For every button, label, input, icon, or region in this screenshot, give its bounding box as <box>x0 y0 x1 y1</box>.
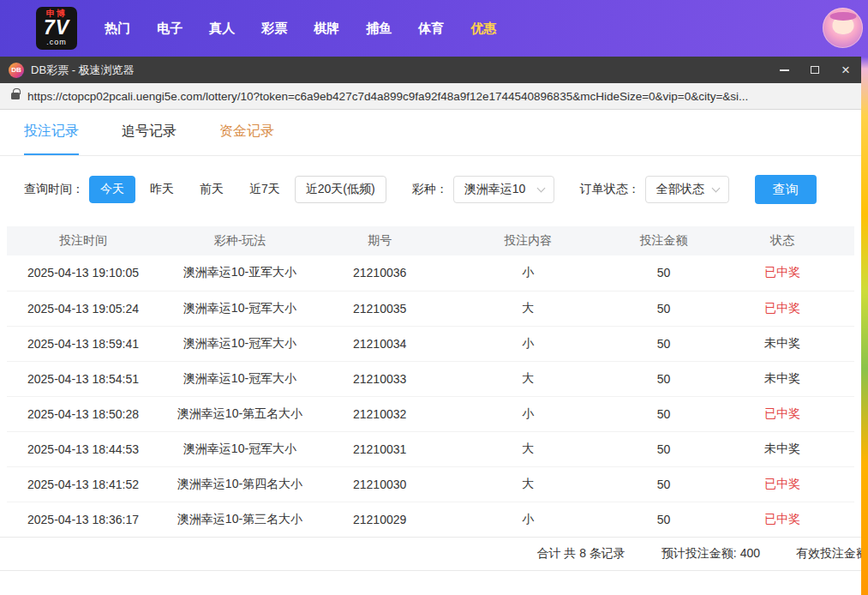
cell: 50 <box>617 431 710 466</box>
tab-资金记录[interactable]: 资金记录 <box>219 110 274 155</box>
nav-item-体育[interactable]: 体育 <box>418 21 444 37</box>
minimize-icon <box>780 69 789 71</box>
nav-item-电子[interactable]: 电子 <box>157 21 183 37</box>
logo-suffix: .com <box>46 39 67 46</box>
time-option-昨天[interactable]: 昨天 <box>139 176 185 203</box>
browser-favicon-icon: DB <box>9 63 24 78</box>
table-row: 2025-04-13 18:54:51澳洲幸运10-冠军大小21210033大5… <box>7 361 854 396</box>
cell: 50 <box>617 466 710 502</box>
status-cell: 已中奖 <box>710 396 854 431</box>
page-content: 投注记录追号记录资金记录 查询时间： 今天昨天前天近7天近20天(低频) 彩种：… <box>0 110 861 595</box>
cell: 2025-04-13 19:05:24 <box>7 291 159 326</box>
cell: 21210030 <box>320 466 439 502</box>
lottery-select-value: 澳洲幸运10 <box>464 182 526 197</box>
status-cell: 已中奖 <box>710 255 854 291</box>
cell: 小 <box>439 396 617 431</box>
time-option-今天[interactable]: 今天 <box>89 176 135 203</box>
cell: 澳洲幸运10-冠军大小 <box>159 431 320 466</box>
nav-item-捕鱼[interactable]: 捕鱼 <box>366 21 392 37</box>
order-status-select[interactable]: 全部状态 <box>645 176 729 203</box>
cell: 50 <box>617 291 710 326</box>
nav-item-优惠[interactable]: 优惠 <box>470 21 496 37</box>
maximize-button[interactable] <box>799 57 830 83</box>
bet-records-table: 投注时间彩种-玩法期号投注内容投注金额状态 2025-04-13 19:10:0… <box>7 226 854 537</box>
time-option-近7天[interactable]: 近7天 <box>238 176 291 203</box>
status-cell: 未中奖 <box>710 431 854 466</box>
table-row: 2025-04-13 18:36:17澳洲幸运10-第三名大小21210029小… <box>7 502 854 537</box>
filter-bar: 查询时间： 今天昨天前天近7天近20天(低频) 彩种： 澳洲幸运10 订单状态：… <box>24 175 861 204</box>
cell: 2025-04-13 18:54:51 <box>7 361 159 396</box>
time-options: 今天昨天前天近7天近20天(低频) <box>89 176 390 203</box>
cell: 21210034 <box>320 326 439 361</box>
minimize-button[interactable] <box>769 57 799 83</box>
logo-title: 7V <box>44 18 69 38</box>
site-logo[interactable]: 申博 7V .com <box>36 7 77 50</box>
cell: 小 <box>439 255 617 291</box>
status-filter-label: 订单状态： <box>580 182 640 197</box>
cell: 澳洲幸运10-冠军大小 <box>159 291 320 326</box>
cell: 50 <box>617 326 710 361</box>
tab-投注记录[interactable]: 投注记录 <box>24 110 79 155</box>
cell: 21210036 <box>320 255 439 291</box>
browser-title-bar: DB DB彩票 - 极速浏览器 × <box>0 57 861 83</box>
cell: 2025-04-13 18:36:17 <box>7 502 159 537</box>
column-header: 期号 <box>320 226 439 255</box>
cell: 小 <box>439 326 617 361</box>
tab-追号记录[interactable]: 追号记录 <box>122 110 177 155</box>
cell: 2025-04-13 18:44:53 <box>7 431 159 466</box>
cell: 21210032 <box>320 396 439 431</box>
table-body: 2025-04-13 19:10:05澳洲幸运10-亚军大小21210036小5… <box>7 255 854 537</box>
footer-valid-amount: 有效投注金额 <box>796 546 861 562</box>
chevron-down-icon <box>536 184 545 193</box>
cell: 澳洲幸运10-冠军大小 <box>159 361 320 396</box>
cell: 2025-04-13 19:10:05 <box>7 255 159 291</box>
nav-item-真人[interactable]: 真人 <box>209 21 235 37</box>
cell: 21210033 <box>320 361 439 396</box>
footer-expected-amount: 预计投注金额: 400 <box>661 546 760 562</box>
table-row: 2025-04-13 19:05:24澳洲幸运10-冠军大小21210035大5… <box>7 291 854 326</box>
cell: 50 <box>617 502 710 537</box>
table-row: 2025-04-13 18:41:52澳洲幸运10-第四名大小21210030大… <box>7 466 854 502</box>
cell: 澳洲幸运10-第五名大小 <box>159 396 320 431</box>
cell: 50 <box>617 255 710 291</box>
cell: 2025-04-13 18:50:28 <box>7 396 159 431</box>
status-cell: 已中奖 <box>710 466 854 502</box>
cell: 50 <box>617 361 710 396</box>
cell: 2025-04-13 18:41:52 <box>7 466 159 502</box>
window-controls: × <box>769 57 861 83</box>
query-button[interactable]: 查询 <box>755 175 817 204</box>
cell: 大 <box>439 291 617 326</box>
cell: 小 <box>439 502 617 537</box>
nav-item-热门[interactable]: 热门 <box>105 21 130 37</box>
tabs: 投注记录追号记录资金记录 <box>0 110 861 156</box>
lock-icon <box>11 93 20 99</box>
table-head-row: 投注时间彩种-玩法期号投注内容投注金额状态 <box>7 226 854 255</box>
status-cell: 未中奖 <box>710 361 854 396</box>
nav-item-彩票[interactable]: 彩票 <box>261 21 287 37</box>
cell: 大 <box>439 466 617 502</box>
window-title: DB彩票 - 极速浏览器 <box>31 63 135 78</box>
status-cell: 未中奖 <box>710 326 854 361</box>
status-cell: 已中奖 <box>710 502 854 537</box>
column-header: 投注金额 <box>617 226 710 255</box>
status-cell: 已中奖 <box>710 291 854 326</box>
maximize-icon <box>811 66 819 74</box>
lottery-select[interactable]: 澳洲幸运10 <box>453 176 554 203</box>
chevron-down-icon <box>711 184 720 193</box>
table-row: 2025-04-13 18:44:53澳洲幸运10-冠军大小21210031大5… <box>7 431 854 466</box>
column-header: 投注时间 <box>7 226 159 255</box>
time-option-前天[interactable]: 前天 <box>189 176 235 203</box>
column-header: 状态 <box>710 226 854 255</box>
table-footer: 合计 共 8 条记录 预计投注金额: 400 有效投注金额 <box>0 537 861 571</box>
table-row: 2025-04-13 18:59:41澳洲幸运10-冠军大小21210034小5… <box>7 326 854 361</box>
address-bar[interactable]: https://ctopcp02pcali.uengi5e.com/lotter… <box>0 83 861 110</box>
column-header: 彩种-玩法 <box>159 226 320 255</box>
cell: 澳洲幸运10-冠军大小 <box>159 326 320 361</box>
time-option-近20天(低频)[interactable]: 近20天(低频) <box>295 176 386 203</box>
cell: 21210029 <box>320 502 439 537</box>
nav-item-棋牌[interactable]: 棋牌 <box>314 21 339 37</box>
cell: 21210035 <box>320 291 439 326</box>
user-avatar[interactable] <box>823 8 863 48</box>
close-button[interactable]: × <box>830 57 861 83</box>
cell: 澳洲幸运10-第四名大小 <box>159 466 320 502</box>
